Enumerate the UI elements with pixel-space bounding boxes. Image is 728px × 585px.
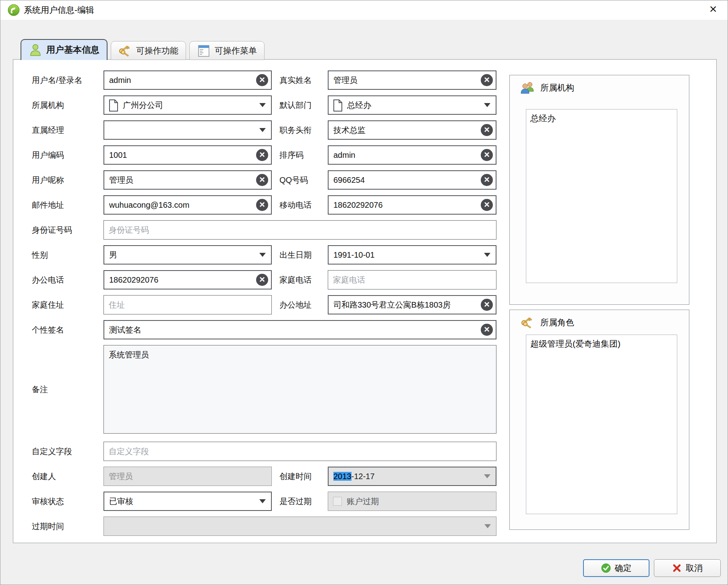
- qq-input[interactable]: 6966254 ×: [328, 170, 496, 190]
- ok-button[interactable]: 确定: [583, 559, 649, 577]
- window-title: 系统用户信息-编辑: [24, 0, 94, 20]
- clear-icon[interactable]: ×: [256, 74, 268, 86]
- close-button[interactable]: ×: [704, 0, 722, 18]
- org-list[interactable]: 总经办: [526, 109, 677, 283]
- tab-operable-menus[interactable]: 可操作菜单: [189, 41, 265, 60]
- manager-label: 直属经理: [32, 120, 64, 140]
- user-basic-info-page: 用户名/登录名 admin × 真实姓名 管理员 × 所属机构 广州分公司 默认…: [13, 59, 717, 543]
- email-label: 邮件地址: [32, 195, 64, 215]
- username-input[interactable]: admin ×: [103, 70, 272, 90]
- username-label: 用户名/登录名: [32, 70, 83, 90]
- cancel-button-label: 取消: [686, 562, 703, 574]
- sortcode-input[interactable]: admin ×: [328, 145, 496, 165]
- gender-label: 性别: [32, 245, 48, 265]
- role-list[interactable]: 超级管理员(爱奇迪集团): [526, 335, 677, 514]
- officeaddr-input[interactable]: 司和路330号君立公寓B栋1803房 ×: [328, 295, 496, 314]
- org-combobox[interactable]: 广州分公司: [103, 95, 272, 115]
- homephone-label: 家庭电话: [279, 270, 312, 289]
- idcard-label: 身份证号码: [32, 220, 72, 240]
- check-icon: [601, 563, 611, 573]
- dropdown-arrow-icon[interactable]: [259, 253, 266, 257]
- expiretime-label: 过期时间: [32, 517, 64, 536]
- qq-label: QQ号码: [279, 170, 308, 190]
- birthday-combobox[interactable]: 1991-10-01: [328, 245, 496, 265]
- tab-label: 可操作菜单: [215, 45, 257, 56]
- tab-operable-functions[interactable]: 可操作功能: [111, 41, 186, 60]
- clear-icon[interactable]: ×: [481, 149, 493, 161]
- clear-icon[interactable]: ×: [256, 174, 268, 186]
- homeaddr-label: 家庭住址: [32, 295, 64, 314]
- gender-combobox[interactable]: 男: [103, 245, 272, 265]
- selected-text: 2013: [333, 472, 352, 481]
- dropdown-arrow-icon[interactable]: [484, 253, 490, 257]
- dialog-window: 系统用户信息-编辑 × 用户基本信息: [0, 0, 728, 585]
- realname-label: 真实姓名: [279, 70, 312, 90]
- officephone-label: 办公电话: [32, 270, 64, 289]
- nickname-input[interactable]: 管理员 ×: [103, 170, 272, 190]
- list-item[interactable]: 超级管理员(爱奇迪集团): [526, 335, 677, 353]
- document-icon: [108, 99, 119, 112]
- idcard-input[interactable]: 身份证号码: [103, 220, 496, 240]
- clear-icon[interactable]: ×: [256, 149, 268, 161]
- role-panel-header: 所属角色: [510, 310, 689, 329]
- usercode-input[interactable]: 1001 ×: [103, 145, 272, 165]
- dropdown-arrow-icon[interactable]: [484, 524, 491, 528]
- tab-user-basic-info[interactable]: 用户基本信息: [21, 39, 108, 60]
- dept-combobox[interactable]: 总经办: [328, 95, 496, 115]
- mobile-input[interactable]: 18620292076 ×: [328, 195, 496, 215]
- dropdown-arrow-icon[interactable]: [259, 499, 266, 503]
- customfield-input[interactable]: 自定义字段: [103, 442, 496, 461]
- birthday-label: 出生日期: [279, 245, 312, 265]
- keys-icon: [118, 44, 132, 58]
- email-input[interactable]: wuhuacong@163.com ×: [103, 195, 272, 215]
- dropdown-arrow-icon[interactable]: [484, 474, 490, 478]
- list-item[interactable]: 总经办: [526, 110, 677, 127]
- createtime-combobox[interactable]: 2013-12-17: [328, 467, 496, 486]
- manager-combobox[interactable]: [103, 120, 272, 140]
- org-label: 所属机构: [32, 95, 64, 115]
- jobtitle-input[interactable]: 技术总监 ×: [328, 120, 496, 140]
- org-panel-header: 所属机构: [510, 75, 689, 95]
- usercode-label: 用户编码: [32, 145, 64, 165]
- sortcode-label: 排序码: [279, 145, 304, 165]
- signature-input[interactable]: 测试签名 ×: [103, 320, 496, 339]
- creator-input: 管理员: [103, 467, 272, 486]
- clear-icon[interactable]: ×: [256, 274, 268, 286]
- note-textarea[interactable]: 系统管理员: [103, 345, 496, 434]
- dropdown-arrow-icon[interactable]: [259, 103, 266, 107]
- officephone-input[interactable]: 18620292076 ×: [103, 270, 272, 289]
- audit-combobox[interactable]: 已审核: [103, 492, 272, 511]
- creator-label: 创建人: [32, 467, 56, 486]
- dropdown-arrow-icon[interactable]: [484, 103, 490, 107]
- tab-label: 可操作功能: [136, 45, 178, 56]
- clear-icon[interactable]: ×: [481, 199, 493, 211]
- cancel-button[interactable]: 取消: [654, 559, 721, 577]
- note-label: 备注: [32, 345, 48, 434]
- expiretime-combobox: [103, 517, 496, 536]
- clear-icon[interactable]: ×: [256, 199, 268, 211]
- expired-label: 是否过期: [279, 492, 312, 511]
- role-panel-title: 所属角色: [540, 317, 574, 328]
- dropdown-arrow-icon[interactable]: [259, 128, 266, 132]
- customfield-label: 自定义字段: [32, 442, 72, 461]
- homeaddr-input[interactable]: 住址: [103, 295, 272, 314]
- org-panel-title: 所属机构: [540, 82, 574, 93]
- keys-icon: [520, 316, 535, 329]
- mobile-label: 移动电话: [279, 195, 312, 215]
- clear-icon[interactable]: ×: [481, 299, 493, 311]
- title-bar: 系统用户信息-编辑 ×: [0, 0, 728, 20]
- realname-input[interactable]: 管理员 ×: [328, 70, 496, 90]
- app-icon: [8, 4, 20, 16]
- clear-icon[interactable]: ×: [481, 174, 493, 186]
- ok-button-label: 确定: [615, 562, 632, 574]
- clear-icon[interactable]: ×: [481, 124, 493, 136]
- account-expired-checkbox[interactable]: [333, 497, 342, 506]
- createtime-label: 创建时间: [279, 467, 312, 486]
- clear-icon[interactable]: ×: [481, 324, 493, 336]
- clear-icon[interactable]: ×: [481, 74, 493, 86]
- tab-strip: 用户基本信息 可操作功能: [21, 39, 265, 60]
- jobtitle-label: 职务头衔: [279, 120, 312, 140]
- homephone-input[interactable]: 家庭电话: [328, 270, 496, 289]
- signature-label: 个性签名: [32, 320, 64, 339]
- users-icon: [520, 81, 535, 95]
